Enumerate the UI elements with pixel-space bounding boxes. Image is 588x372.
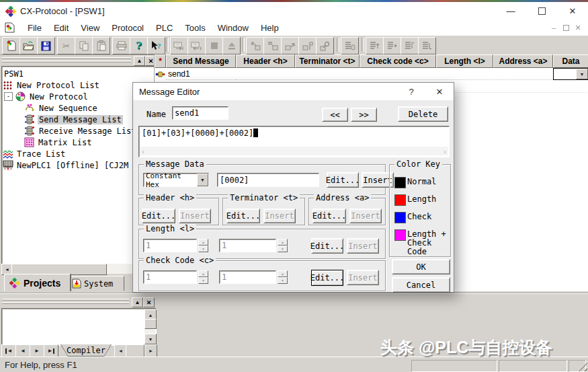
flag-status-button[interactable]	[298, 37, 317, 54]
move-row-down-button[interactable]	[418, 37, 436, 54]
download-protocol-button[interactable]	[170, 37, 188, 54]
maximize-icon	[538, 7, 546, 15]
next-message-button[interactable]: >>	[351, 108, 377, 122]
name-input[interactable]: send1	[172, 106, 228, 120]
scrollbar-thumb[interactable]	[144, 319, 157, 329]
output-collapse-button[interactable]: ▲	[132, 297, 143, 307]
dialog-help-button[interactable]: ?	[397, 83, 425, 100]
mdi-restore-button[interactable]	[560, 22, 572, 33]
output-close-button[interactable]: ✕	[143, 297, 155, 307]
tree-expander-icon[interactable]: -	[4, 92, 13, 101]
message-horizontal-scrollbar[interactable]: ‹ ›	[140, 147, 448, 155]
scrollbar-thumb[interactable]	[126, 344, 144, 357]
check-code-edit-button[interactable]: Edit...	[311, 270, 343, 286]
minimize-button[interactable]: —	[495, 2, 526, 20]
find-in-plc-button[interactable]	[316, 37, 334, 54]
scroll-down-button[interactable]: ▼	[144, 334, 157, 344]
message-data-input[interactable]: [0002]	[217, 173, 319, 187]
mdi-minimize-button[interactable]: –	[548, 22, 560, 33]
tab-compiler[interactable]: Compiler	[60, 344, 112, 357]
stop-button[interactable]	[205, 37, 223, 54]
output-content[interactable]: ▲ ▼	[1, 308, 157, 346]
address-edit-button[interactable]: Edit...	[312, 209, 346, 223]
project-pane-gripbar[interactable]: ▲ ✕	[0, 55, 157, 66]
insert-row-above-button[interactable]	[366, 37, 384, 54]
first-tab-button[interactable]: ◄	[1, 344, 16, 357]
tree-item-new-protocol-list[interactable]: New Protocol List	[3, 79, 101, 91]
tab-system[interactable]: System	[68, 276, 124, 291]
menu-file[interactable]: File	[22, 20, 48, 35]
col-header-address[interactable]: Address <a>	[493, 54, 553, 68]
select-dropdown-button[interactable]: ▼	[197, 174, 208, 186]
scroll-right-button[interactable]: ►	[144, 344, 157, 357]
length-edit-button[interactable]: Edit...	[311, 238, 343, 254]
horizontal-splitter[interactable]	[0, 293, 588, 294]
menu-tools[interactable]: Tools	[179, 20, 211, 35]
col-header-length[interactable]: Length <l>	[436, 54, 493, 68]
help-button[interactable]: ?	[130, 37, 148, 54]
last-tab-button[interactable]: ►	[44, 344, 58, 357]
menu-protocol[interactable]: Protocol	[106, 20, 150, 35]
col-header-send-message[interactable]: Send Message	[166, 54, 236, 68]
tree-item-matrix-list[interactable]: Matrix List	[24, 137, 93, 148]
row-data-cell[interactable]: ▼	[553, 68, 588, 80]
copy-button[interactable]	[75, 37, 93, 54]
tree-item-trace-list[interactable]: Trace List	[3, 148, 67, 159]
paste-button[interactable]	[92, 37, 110, 54]
save-project-button[interactable]	[37, 37, 55, 54]
insert-row-below-button[interactable]	[383, 37, 401, 54]
col-label: Check code <c>	[367, 57, 428, 66]
output-horizontal-scrollbar[interactable]: ◄ ►	[114, 344, 156, 356]
upload-protocol-button[interactable]	[187, 37, 206, 54]
header-edit-button[interactable]: Edit...	[142, 209, 175, 223]
arrow-right-icon: ›	[444, 147, 446, 155]
tree-item-new-protocol[interactable]: - New Protocol	[4, 91, 89, 102]
test-sequence-button[interactable]	[341, 37, 359, 54]
col-header-header[interactable]: Header <h>	[236, 54, 295, 68]
tree-item-send-message-list[interactable]: Send Message List	[24, 114, 123, 125]
menu-help[interactable]: Help	[255, 20, 285, 35]
maximize-button[interactable]	[526, 2, 557, 20]
ok-button[interactable]: OK	[392, 259, 450, 274]
terminator-edit-button[interactable]: Edit...	[226, 209, 260, 223]
close-button[interactable]: ✕	[557, 2, 588, 20]
context-help-button[interactable]: ?	[147, 37, 165, 54]
eject-button[interactable]	[222, 37, 241, 54]
menu-plc[interactable]: PLC	[150, 20, 179, 35]
pane-collapse-button[interactable]: ▲	[134, 56, 145, 66]
row-middle-cells[interactable]	[236, 68, 553, 80]
prev-tab-button[interactable]: ◄	[15, 344, 30, 357]
data-type-select[interactable]: Constant Hex ▼	[143, 173, 209, 187]
menu-window[interactable]: Window	[212, 20, 255, 35]
col-header-terminator[interactable]: Terminator <t>	[295, 54, 360, 68]
col-header-check-code[interactable]: Check code <c>	[360, 54, 436, 68]
previous-message-button[interactable]: <<	[322, 108, 348, 122]
tab-projects[interactable]: Projects	[4, 274, 71, 291]
col-header-data[interactable]: Data	[553, 54, 588, 68]
print-button[interactable]	[112, 37, 130, 54]
cancel-button[interactable]: Cancel	[392, 277, 450, 293]
next-tab-button[interactable]: ►	[30, 344, 44, 357]
move-row-up-button[interactable]	[401, 37, 419, 54]
tree-item-receive-message-list[interactable]: Receive Message List	[24, 125, 138, 137]
tree-horizontal-scrollbar[interactable]: ◄	[1, 264, 153, 274]
cut-button[interactable]: ✂	[57, 37, 75, 54]
dialog-close-button[interactable]: ✕	[425, 83, 454, 100]
new-project-button[interactable]	[2, 37, 20, 54]
data-dropdown-button[interactable]: ▼	[576, 69, 588, 79]
mdi-close-button[interactable]: ✕	[572, 22, 584, 33]
output-vertical-scrollbar[interactable]: ▲ ▼	[144, 309, 155, 343]
menu-view[interactable]: View	[75, 20, 106, 35]
tree-item-new-sequence[interactable]: New Sequence	[24, 102, 99, 114]
monitor-trace-button[interactable]	[246, 37, 264, 54]
upload-trace-button[interactable]	[281, 37, 299, 54]
menu-edit[interactable]: Edit	[48, 20, 75, 35]
dialog-title-bar[interactable]: Message Editor ? ✕	[133, 83, 454, 100]
delete-button[interactable]: Delete	[398, 106, 448, 122]
message-data-edit-button[interactable]: Edit...	[327, 172, 359, 188]
row-send-message-cell[interactable]: send1	[166, 68, 236, 80]
col-header-star[interactable]: *	[155, 54, 166, 68]
open-project-button[interactable]	[19, 37, 38, 54]
continuous-trace-button[interactable]	[263, 37, 282, 54]
tree-item-psw1[interactable]: PSW1	[3, 68, 25, 79]
